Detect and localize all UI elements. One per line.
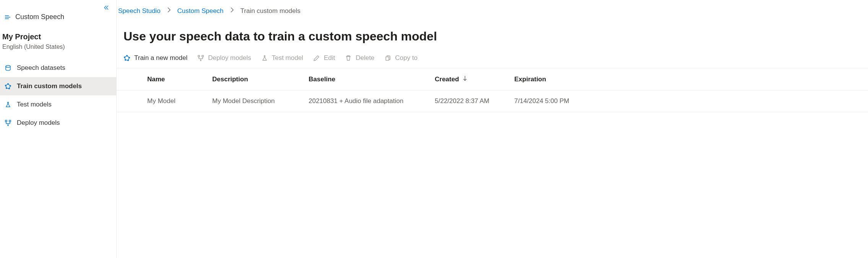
- toolbar-label: Delete: [356, 54, 374, 62]
- table-cell-expiration: 7/14/2024 5:00 PM: [514, 97, 868, 105]
- models-table: Name Description Baseline Created Expira…: [117, 68, 868, 112]
- trash-icon: [345, 55, 352, 61]
- svg-rect-17: [386, 57, 389, 60]
- project-block: My Project English (United States): [0, 24, 116, 52]
- project-name: My Project: [2, 32, 112, 41]
- chevron-right-icon: [166, 7, 172, 15]
- svg-rect-14: [198, 55, 200, 57]
- toolbar-label: Test model: [272, 54, 303, 62]
- database-icon: [5, 65, 11, 71]
- flask-icon: [5, 102, 11, 108]
- project-language: English (United States): [2, 44, 112, 50]
- sidebar-header-label: Custom Speech: [15, 13, 64, 21]
- toolbar-label: Train a new model: [134, 54, 187, 62]
- train-new-model-button[interactable]: Train a new model: [124, 54, 187, 62]
- copy-to-button[interactable]: Copy to: [384, 54, 418, 62]
- polygon-icon: [124, 55, 130, 61]
- toolbar: Train a new model Deploy models Test mod…: [117, 54, 868, 68]
- table-header-created[interactable]: Created: [435, 75, 514, 83]
- nav-item-label: Train custom models: [17, 82, 82, 90]
- nav-test-models[interactable]: Test models: [0, 95, 116, 114]
- table-header-created-label: Created: [435, 76, 459, 83]
- chevron-double-left-icon: [103, 5, 109, 11]
- toolbar-label: Edit: [324, 54, 335, 62]
- table-cell-baseline: 20210831 + Audio file adaptation: [309, 97, 435, 105]
- table-row[interactable]: My Model My Model Description 20210831 +…: [117, 90, 868, 112]
- chevron-right-icon: [229, 7, 235, 15]
- svg-point-16: [200, 60, 201, 61]
- table-header-baseline[interactable]: Baseline: [309, 76, 435, 83]
- deploy-icon: [197, 55, 204, 61]
- table-cell-name: My Model: [147, 97, 212, 105]
- test-model-button[interactable]: Test model: [261, 54, 303, 62]
- page-title: Use your speech data to train a custom s…: [124, 29, 868, 44]
- collapse-sidebar-button[interactable]: [103, 5, 109, 12]
- breadcrumb-current: Train custom models: [241, 7, 301, 15]
- table-header-description[interactable]: Description: [212, 76, 309, 83]
- svg-rect-7: [9, 120, 11, 122]
- menu-icon: [5, 14, 11, 20]
- nav-item-label: Deploy models: [17, 119, 60, 127]
- toolbar-label: Deploy models: [208, 54, 251, 62]
- main-content: Speech Studio Custom Speech Train custom…: [117, 0, 868, 258]
- breadcrumb-link-speech-studio[interactable]: Speech Studio: [118, 7, 161, 15]
- svg-point-0: [6, 66, 10, 68]
- table-cell-created: 5/22/2022 8:37 AM: [435, 97, 514, 105]
- table-header-name[interactable]: Name: [147, 76, 212, 83]
- sort-down-icon: [462, 75, 468, 83]
- deploy-icon: [5, 120, 11, 126]
- nav-train-custom-models[interactable]: Train custom models: [0, 77, 116, 95]
- nav-item-label: Speech datasets: [17, 64, 65, 72]
- nav-speech-datasets[interactable]: Speech datasets: [0, 59, 116, 77]
- nav-deploy-models[interactable]: Deploy models: [0, 114, 116, 132]
- nav-item-label: Test models: [17, 101, 52, 108]
- pencil-icon: [313, 55, 320, 61]
- svg-point-8: [8, 125, 8, 126]
- breadcrumb-link-custom-speech[interactable]: Custom Speech: [177, 7, 224, 15]
- breadcrumb: Speech Studio Custom Speech Train custom…: [117, 7, 868, 15]
- table-header-row: Name Description Baseline Created Expira…: [117, 68, 868, 90]
- delete-button[interactable]: Delete: [345, 54, 374, 62]
- table-header-expiration[interactable]: Expiration: [514, 76, 868, 83]
- svg-rect-6: [5, 120, 7, 122]
- copy-icon: [384, 55, 391, 61]
- polygon-icon: [5, 83, 11, 89]
- flask-icon: [261, 55, 268, 61]
- sidebar-nav: Speech datasets Train custom models Test…: [0, 59, 116, 132]
- table-cell-description: My Model Description: [212, 97, 309, 105]
- sidebar: Custom Speech My Project English (United…: [0, 0, 117, 258]
- svg-rect-15: [202, 55, 203, 57]
- deploy-models-button[interactable]: Deploy models: [197, 54, 251, 62]
- sidebar-header: Custom Speech: [0, 6, 116, 24]
- edit-button[interactable]: Edit: [313, 54, 335, 62]
- toolbar-label: Copy to: [395, 54, 418, 62]
